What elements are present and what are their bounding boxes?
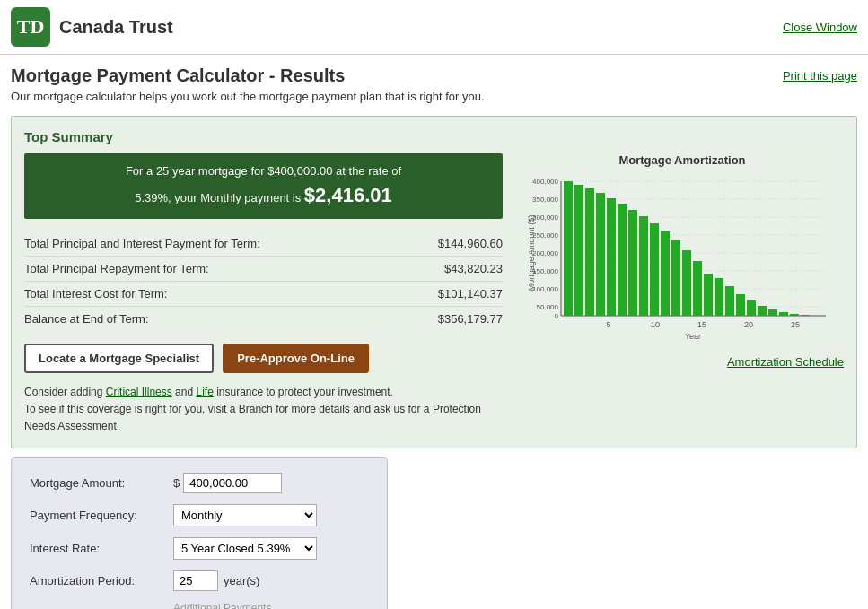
svg-rect-43	[747, 300, 756, 316]
mortgage-amount-row: Mortgage Amount: $	[30, 473, 369, 493]
payment-frequency-label: Payment Frequency:	[30, 509, 173, 522]
svg-text:Mortgage Amount ($): Mortgage Amount ($)	[527, 215, 536, 291]
interest-rate-select[interactable]: Monthly Closed 5.3980 5 Year Closed 5.39…	[173, 537, 317, 560]
summary-title: Top Summary	[24, 129, 844, 144]
life-link[interactable]: Life	[196, 386, 213, 398]
svg-rect-32	[628, 210, 637, 316]
insurance-line2: To see if this coverage is right for you…	[24, 403, 481, 432]
svg-text:400,000: 400,000	[532, 178, 558, 186]
detail-label-3: Total Interest Cost for Term:	[24, 287, 413, 300]
svg-text:100,000: 100,000	[532, 285, 558, 293]
svg-rect-36	[671, 240, 680, 316]
header: TD Canada Trust Close Window	[0, 0, 868, 55]
svg-text:300,000: 300,000	[532, 213, 558, 222]
detail-value-3: $101,140.37	[413, 287, 503, 300]
svg-rect-35	[661, 231, 670, 316]
top-summary-section: Top Summary For a 25 year mortgage for $…	[11, 116, 857, 448]
year-suffix: year(s)	[224, 574, 259, 587]
page-title: Mortgage Payment Calculator - Results	[11, 65, 485, 86]
additional-payments-link[interactable]: Additional Payments	[173, 602, 369, 609]
calculator-form: Mortgage Amount: $ Payment Frequency: We…	[11, 457, 388, 609]
detail-label-2: Total Principal Repayment for Term:	[24, 262, 413, 275]
chart-container: 400,000 350,000 300,000 250,000 200,000 …	[521, 172, 844, 352]
chart-area: Mortgage Amortization	[521, 153, 844, 435]
svg-rect-48	[801, 315, 810, 316]
print-link[interactable]: Print this page	[783, 69, 857, 83]
close-window-link[interactable]: Close Window	[783, 21, 857, 34]
svg-rect-41	[725, 286, 734, 316]
mortgage-amount-input[interactable]	[183, 473, 282, 493]
logo-area: TD Canada Trust	[11, 7, 173, 47]
svg-rect-37	[682, 250, 691, 316]
svg-text:0: 0	[555, 312, 559, 320]
amortization-row: Amortization Period: year(s)	[30, 570, 369, 591]
chart-title: Mortgage Amortization	[521, 153, 844, 167]
svg-rect-38	[693, 261, 702, 316]
detail-row-4: Balance at End of Term: $356,179.77	[24, 307, 503, 331]
detail-row-3: Total Interest Cost for Term: $101,140.3…	[24, 282, 503, 307]
svg-rect-44	[758, 306, 767, 316]
page-title-area: Mortgage Payment Calculator - Results Ou…	[0, 55, 868, 109]
page-subtitle: Our mortgage calculator helps you work o…	[11, 90, 485, 103]
amortization-label: Amortization Period:	[30, 574, 173, 587]
highlight-box: For a 25 year mortgage for $400,000.00 a…	[24, 153, 503, 219]
amortization-input[interactable]	[173, 570, 218, 591]
insurance-text-between: and	[172, 386, 197, 398]
insurance-text: Consider adding Critical Illness and Lif…	[24, 384, 503, 436]
action-buttons: Locate a Mortgage Specialist Pre-Approve…	[24, 344, 503, 373]
svg-rect-27	[574, 185, 583, 316]
amortization-chart: 400,000 350,000 300,000 250,000 200,000 …	[521, 172, 844, 352]
svg-text:Year: Year	[685, 332, 701, 341]
mortgage-amount-label: Mortgage Amount:	[30, 476, 173, 490]
svg-rect-47	[790, 314, 799, 316]
detail-row-1: Total Principal and Interest Payment for…	[24, 231, 503, 257]
svg-rect-45	[768, 309, 777, 316]
svg-rect-29	[596, 193, 605, 316]
locate-specialist-button[interactable]: Locate a Mortgage Specialist	[24, 344, 214, 373]
svg-rect-30	[607, 198, 616, 316]
svg-rect-33	[639, 216, 648, 316]
svg-rect-28	[585, 188, 594, 316]
highlight-line2: 5.39%, your Monthly payment is	[135, 191, 301, 204]
detail-label-4: Balance at End of Term:	[24, 312, 413, 326]
svg-rect-46	[779, 312, 788, 316]
svg-text:15: 15	[697, 320, 706, 329]
amortization-schedule-link-area: Amortization Schedule	[521, 355, 844, 369]
svg-text:50,000: 50,000	[537, 303, 559, 311]
interest-rate-row: Interest Rate: Monthly Closed 5.3980 5 Y…	[30, 537, 369, 560]
preapprove-button[interactable]: Pre-Approve On-Line	[223, 344, 369, 373]
detail-value-2: $43,820.23	[413, 262, 503, 275]
svg-rect-39	[704, 274, 713, 316]
svg-rect-34	[650, 223, 659, 316]
summary-left: For a 25 year mortgage for $400,000.00 a…	[24, 153, 503, 435]
detail-row-2: Total Principal Repayment for Term: $43,…	[24, 257, 503, 282]
svg-text:10: 10	[651, 320, 660, 329]
svg-rect-31	[618, 204, 627, 316]
payment-frequency-select[interactable]: Weekly Bi-Weekly Semi-Monthly Monthly	[173, 504, 317, 526]
svg-rect-26	[564, 181, 573, 316]
insurance-text-after: insurance to protect your investment.	[214, 386, 393, 398]
insurance-text-before: Consider adding	[24, 386, 106, 398]
svg-text:5: 5	[606, 320, 610, 329]
detail-value-1: $144,960.60	[413, 237, 503, 250]
amortization-schedule-link[interactable]: Amortization Schedule	[727, 355, 844, 369]
detail-value-4: $356,179.77	[413, 312, 503, 326]
brand-name: Canada Trust	[59, 17, 173, 38]
svg-text:20: 20	[744, 320, 753, 329]
detail-label-1: Total Principal and Interest Payment for…	[24, 237, 413, 250]
critical-illness-link[interactable]: Critical Illness	[106, 386, 172, 398]
svg-text:200,000: 200,000	[532, 249, 558, 257]
svg-text:350,000: 350,000	[532, 196, 558, 204]
dollar-prefix: $	[173, 476, 180, 490]
highlight-line1: For a 25 year mortgage for $400,000.00 a…	[126, 164, 401, 178]
svg-rect-40	[715, 278, 723, 316]
td-logo-icon: TD	[11, 7, 50, 47]
payment-frequency-row: Payment Frequency: Weekly Bi-Weekly Semi…	[30, 504, 369, 526]
svg-text:250,000: 250,000	[532, 231, 558, 239]
interest-rate-label: Interest Rate:	[30, 542, 173, 555]
highlight-amount: $2,416.01	[304, 184, 392, 206]
svg-text:25: 25	[791, 320, 800, 329]
svg-rect-42	[736, 294, 745, 316]
detail-rows: Total Principal and Interest Payment for…	[24, 231, 503, 331]
svg-text:150,000: 150,000	[532, 267, 558, 275]
